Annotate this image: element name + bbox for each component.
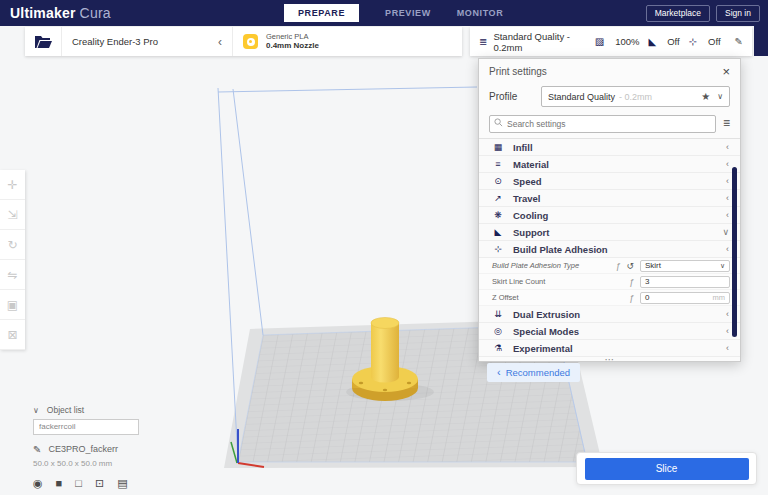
category-chevron-icon: ‹ bbox=[726, 309, 729, 319]
slice-button[interactable]: Slice bbox=[585, 458, 749, 480]
search-row: ≡ bbox=[479, 111, 740, 138]
category-label: Special Modes bbox=[513, 326, 579, 337]
search-field-wrap bbox=[489, 113, 716, 133]
revert-icon[interactable]: ↺ bbox=[626, 261, 634, 271]
setting-label: Build Plate Adhesion Type bbox=[492, 261, 615, 270]
category-icon: ⊹ bbox=[491, 244, 505, 254]
sidebar-tool-button[interactable]: ▣ bbox=[0, 290, 25, 320]
category-chevron-icon: ‹ bbox=[726, 244, 729, 254]
camera-view-icon[interactable]: ◉ bbox=[33, 477, 43, 490]
tool-icon: ▣ bbox=[7, 298, 18, 312]
category-chevron-icon: ‹ bbox=[726, 142, 729, 152]
z-offset-unit: mm bbox=[713, 293, 726, 302]
stage-tab[interactable]: MONITOR bbox=[457, 4, 504, 22]
summary-values: ▨ 100% ◣ Off ⊹ Off ✎ bbox=[595, 36, 743, 47]
object-name-field[interactable] bbox=[33, 419, 139, 435]
settings-category-row[interactable]: ≡ Material ‹ bbox=[479, 156, 740, 173]
profile-label: Profile bbox=[489, 91, 541, 102]
camera-view-buttons: ◉ ■ □ ⊡ ▤ bbox=[33, 477, 183, 490]
category-icon: ⇊ bbox=[491, 309, 505, 319]
stage-tab[interactable]: PREPARE bbox=[284, 4, 359, 22]
stage-tab[interactable]: PREVIEW bbox=[385, 4, 431, 22]
formula-icon[interactable]: ƒ bbox=[629, 293, 634, 303]
skirt-count-input[interactable]: 3 bbox=[640, 276, 730, 288]
tool-icon: ⊠ bbox=[7, 328, 17, 342]
settings-category-row[interactable]: ◎ Special Modes ‹ bbox=[479, 323, 740, 340]
z-offset-input[interactable]: 0 mm bbox=[640, 292, 730, 304]
sidebar-tool-button[interactable]: ⊠ bbox=[0, 320, 25, 350]
category-icon: ◣ bbox=[491, 227, 505, 237]
camera-view-icon[interactable]: ⊡ bbox=[95, 477, 104, 490]
object-list-toggle[interactable]: ∨ Object list bbox=[33, 405, 183, 415]
open-file-button[interactable] bbox=[25, 27, 62, 56]
search-input[interactable] bbox=[489, 115, 716, 133]
sidebar-tool-button[interactable]: ⇋ bbox=[0, 260, 25, 290]
camera-view-icon[interactable]: ■ bbox=[56, 477, 63, 490]
camera-view-icon[interactable]: □ bbox=[75, 477, 82, 490]
category-chevron-icon: ‹ bbox=[726, 159, 729, 169]
stage-tabs: PREPARE PREVIEW MONITOR bbox=[284, 0, 503, 26]
recommended-label: Recommended bbox=[506, 367, 570, 378]
settings-category-row[interactable]: ⊙ Speed ‹ bbox=[479, 173, 740, 190]
pencil-icon[interactable]: ✎ bbox=[33, 444, 41, 455]
formula-icon[interactable]: ƒ bbox=[629, 277, 634, 287]
camera-view-icon[interactable]: ▤ bbox=[117, 477, 127, 490]
category-chevron-icon: ‹ bbox=[726, 343, 729, 353]
extruder-badge-icon bbox=[243, 34, 258, 49]
printer-name: Creality Ender-3 Pro bbox=[72, 36, 158, 47]
model-name: CE3PRO_fackerr bbox=[48, 444, 118, 454]
recommended-button[interactable]: ‹ Recommended bbox=[487, 363, 580, 382]
tool-sidebar: ✛ ⇲ ↻ ⇋ ▣ ⊠ bbox=[0, 170, 25, 350]
slice-label: Slice bbox=[656, 463, 678, 474]
category-label: Dual Extrusion bbox=[513, 309, 580, 320]
sidebar-tool-button[interactable]: ✛ bbox=[0, 170, 25, 200]
model-name-row[interactable]: ✎ CE3PRO_fackerr bbox=[33, 444, 183, 455]
material-selector[interactable]: Generic PLA 0.4mm Nozzle bbox=[233, 27, 462, 56]
settings-category-row[interactable]: ⊹ Build Plate Adhesion ‹ bbox=[479, 241, 740, 258]
app-logo: Ultimaker Cura bbox=[10, 5, 111, 21]
profile-summary: Standard Quality - 0.2mm bbox=[493, 31, 594, 53]
corner-accent bbox=[754, 26, 768, 56]
close-icon[interactable]: × bbox=[722, 65, 730, 78]
printer-selector[interactable]: Creality Ender-3 Pro ‹ bbox=[62, 27, 233, 56]
panel-scrollbar[interactable] bbox=[732, 167, 737, 337]
sidebar-tool-button[interactable]: ↻ bbox=[0, 230, 25, 260]
category-chevron-icon: ‹ bbox=[726, 176, 729, 186]
chevron-down-icon: ∨ bbox=[720, 262, 725, 270]
star-icon[interactable]: ★ bbox=[701, 91, 710, 102]
setting-row-z-offset: Z Offset ƒ 0 mm bbox=[479, 290, 740, 306]
panel-resize-handle[interactable]: ⋯ bbox=[479, 357, 740, 363]
topbar-actions: Marketplace Sign in bbox=[646, 0, 760, 26]
category-label: Build Plate Adhesion bbox=[513, 244, 608, 255]
configuration-toolbar: Creality Ender-3 Pro ‹ Generic PLA 0.4mm… bbox=[25, 27, 462, 56]
printer-chevron-icon: ‹ bbox=[218, 36, 222, 48]
marketplace-button[interactable]: Marketplace bbox=[646, 5, 710, 22]
adhesion-type-dropdown[interactable]: Skirt ∨ bbox=[640, 260, 730, 272]
category-chevron-icon: ‹ bbox=[726, 326, 729, 336]
z-offset-value: 0 bbox=[645, 293, 649, 302]
material-name: Generic PLA bbox=[266, 32, 319, 41]
category-icon: ❋ bbox=[491, 210, 505, 220]
formula-icon[interactable]: ƒ bbox=[615, 261, 620, 271]
signin-button[interactable]: Sign in bbox=[716, 5, 760, 22]
edit-pencil-icon: ✎ bbox=[735, 36, 743, 47]
settings-category-row[interactable]: ◣ Support ∨ bbox=[479, 224, 740, 241]
profile-row: Profile Standard Quality - 0.2mm ★ ∨ bbox=[479, 83, 740, 111]
category-label: Cooling bbox=[513, 210, 548, 221]
settings-category-row[interactable]: ❋ Cooling ‹ bbox=[479, 207, 740, 224]
panel-title: Print settings bbox=[489, 66, 547, 77]
model-dimensions: 50.0 x 50.0 x 50.0 mm bbox=[33, 459, 183, 468]
nozzle-size: 0.4mm Nozzle bbox=[266, 41, 319, 51]
settings-category-row[interactable]: ↗ Travel ‹ bbox=[479, 190, 740, 207]
support-value: Off bbox=[667, 36, 680, 47]
category-label: Travel bbox=[513, 193, 540, 204]
tool-icon: ✛ bbox=[7, 178, 17, 192]
settings-category-row[interactable]: ⇊ Dual Extrusion ‹ bbox=[479, 306, 740, 323]
cura-window: Ultimaker Cura PREPARE PREVIEW MONITOR M… bbox=[0, 0, 768, 495]
profile-dropdown[interactable]: Standard Quality - 0.2mm ★ ∨ bbox=[541, 86, 730, 107]
settings-category-row[interactable]: ▦ Infill ‹ bbox=[479, 139, 740, 156]
menu-icon[interactable]: ≡ bbox=[723, 116, 730, 130]
sidebar-tool-button[interactable]: ⇲ bbox=[0, 200, 25, 230]
print-settings-summary[interactable]: ≣ Standard Quality - 0.2mm ▨ 100% ◣ Off … bbox=[470, 27, 752, 56]
tool-icon: ⇋ bbox=[7, 268, 17, 282]
